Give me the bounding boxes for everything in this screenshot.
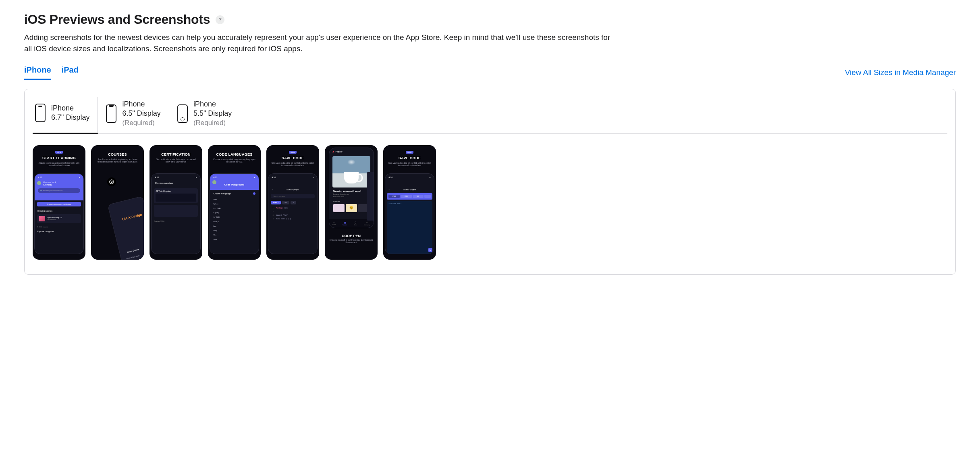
back-icon: ‹ — [272, 188, 272, 191]
page-title: iOS Previews and Screenshots — [24, 12, 210, 27]
shot-subtitle: Get certifications after finishing a cou… — [154, 158, 198, 163]
editor-tab: CSS — [401, 195, 412, 198]
lessons-count: 8 of 32 lessons — [35, 224, 83, 229]
new-badge: NEW — [289, 151, 297, 154]
device-tabs: iPhone iPad — [24, 65, 79, 80]
nav-community: ⚘Community — [364, 221, 370, 226]
editor-tab — [424, 195, 430, 198]
reviews-label: Reviews(2.5k) — [152, 219, 200, 223]
nav-home: ⌂Home — [332, 221, 336, 225]
pill: HTML 5 — [271, 201, 280, 204]
lang-item: App — [213, 224, 255, 228]
project-header: ‹ School project — [385, 179, 434, 193]
tab-iphone[interactable]: iPhone — [24, 65, 51, 80]
popular-label: Popular — [332, 150, 343, 153]
avatar — [212, 180, 216, 184]
screenshot-thumbnail[interactable]: NEW START LEARNING Acquire technical and… — [33, 145, 85, 260]
shot-title: SAVE CODE — [282, 156, 304, 160]
status-time: 4:20 — [155, 176, 159, 179]
search-input: 🔍 What do you want to learn? — [38, 188, 80, 193]
size-tab-6-5[interactable]: iPhone 6.5" Display (Required) — [98, 97, 169, 134]
artwork-image — [332, 156, 370, 188]
avatar — [37, 181, 41, 185]
lang-item: Web — [213, 197, 255, 202]
phone-icon — [35, 104, 46, 122]
phone-mockup: 4:20▸ Welcome back, Akinola. 🔍 What do y… — [34, 173, 83, 254]
tabs-row: iPhone iPad View All Sizes in Media Mana… — [24, 65, 956, 80]
code-line: 4.func main ( ) { — [268, 217, 317, 221]
lang-item: C# (N/A) — [213, 215, 255, 219]
project-title: School project — [403, 188, 416, 191]
bottom-nav: ⌂Home ▦Courses ⟨⟩Code ⚘Community — [329, 219, 374, 228]
screenshot-list: NEW START LEARNING Acquire technical and… — [33, 145, 947, 260]
size-required-label: (Required) — [122, 119, 160, 127]
status-icons: ▸ — [196, 176, 197, 179]
phone-mockup: 4:20▸ ‹ School project Search by name HT… — [268, 173, 317, 254]
logo-badge: L — [428, 248, 432, 252]
shot-subtitle: Enroll in our school of engineering and … — [95, 158, 140, 163]
shot-title: CODE PEN — [342, 234, 361, 238]
svg-point-1 — [111, 181, 112, 183]
nav-code: ⟨⟩Code — [354, 221, 357, 226]
size-tab-5-5[interactable]: iPhone 5.5" Display (Required) — [169, 97, 240, 134]
help-icon[interactable]: ? — [216, 15, 224, 24]
shot-subtitle: Give your code a title on our IDE with t… — [387, 162, 432, 167]
editor-tabs: HTML CSS JS — [387, 193, 432, 200]
section-label: Ongoing courses — [35, 208, 83, 213]
screenshot-thumbnail[interactable]: CERTIFICATION Get certifications after f… — [149, 145, 202, 260]
screenshot-thumbnail[interactable]: CODE LANGUAGES Choose from a pool of pro… — [208, 145, 261, 260]
phone-mockup: Popular Steaming tea cup with vapor! Ano… — [329, 148, 374, 228]
about-label: About Course — [127, 248, 139, 253]
status-icons: ▸ — [254, 176, 255, 179]
screenshot-thumbnail[interactable]: NEW SAVE CODE Give your code a title on … — [266, 145, 319, 260]
code-line: 2. — [268, 210, 317, 213]
overview-header: Course overview — [152, 179, 200, 187]
shot-subtitle: Choose from a pool of programming langua… — [212, 158, 257, 163]
screenshots-panel: iPhone 6.7" Display iPhone 6.5" Display … — [24, 89, 956, 275]
code-line: 3.import "fmt" — [268, 213, 317, 217]
code-line: <!DOCTYPE html> — [388, 203, 430, 204]
pill: CSS — [282, 201, 289, 204]
new-badge: NEW — [406, 151, 413, 154]
phone-mockup: 4:20▸ ‹ School project HTML CSS JS <!DOC… — [385, 173, 434, 254]
lang-item: C++ (N/A) — [213, 206, 255, 210]
size-required-label: (Required) — [193, 119, 232, 127]
choose-label: Choose a language — [213, 192, 230, 195]
status-icons: ▸ — [313, 176, 314, 179]
code-line: 1.Package main — [268, 206, 317, 210]
editor-tab: JS — [413, 195, 424, 198]
lang-item: Ruby — [213, 228, 255, 233]
size-device-label: iPhone — [122, 100, 160, 109]
screenshot-thumbnail[interactable]: COURSES Enroll in our school of engineer… — [91, 145, 144, 260]
new-badge: NEW — [55, 151, 63, 154]
header-title: Code Playground — [224, 183, 245, 186]
recent-thumb: 😊 — [346, 204, 357, 212]
size-tab-6-7[interactable]: iPhone 6.7" Display — [33, 97, 98, 134]
tilted-phone-mockup: UI/UX Design About Course What will you … — [108, 196, 144, 260]
lang-pills: HTML 5 CSS JS — [268, 199, 317, 206]
media-manager-link[interactable]: View All Sizes in Media Manager — [845, 68, 956, 77]
status-time: 4:20 — [388, 176, 392, 179]
status-icons: ▸ — [79, 176, 80, 179]
shot-title: SAVE CODE — [399, 156, 421, 160]
promo-banner: Product management certification — [37, 202, 81, 206]
side-panel — [367, 172, 374, 221]
lang-item: Java — [213, 237, 255, 242]
lang-item: Tlex — [213, 233, 255, 237]
back-icon: ‹ — [388, 188, 389, 191]
shot-subtitle: Acquire technical and non-technical skil… — [37, 162, 81, 167]
learn-label: What will you learn — [126, 254, 140, 260]
editor-pane: <!DOCTYPE html> — [387, 201, 432, 254]
status-time: 4:20 — [213, 176, 217, 179]
lang-item: Node js — [213, 219, 255, 224]
tab-ipad[interactable]: iPad — [62, 65, 79, 80]
project-header: ‹ School project — [268, 179, 317, 193]
screenshot-thumbnail[interactable]: Popular Steaming tea cup with vapor! Ano… — [325, 145, 378, 260]
screenshot-thumbnail[interactable]: NEW SAVE CODE Give your code a title on … — [383, 145, 436, 260]
shot-title: COURSES — [108, 152, 127, 156]
overview-card — [154, 205, 197, 217]
page-description: Adding screenshots for the newest device… — [24, 32, 612, 54]
size-display-label: 6.7" Display — [51, 113, 89, 122]
lang-item: C (N/A) — [213, 210, 255, 215]
status-time: 4:20 — [272, 176, 276, 179]
